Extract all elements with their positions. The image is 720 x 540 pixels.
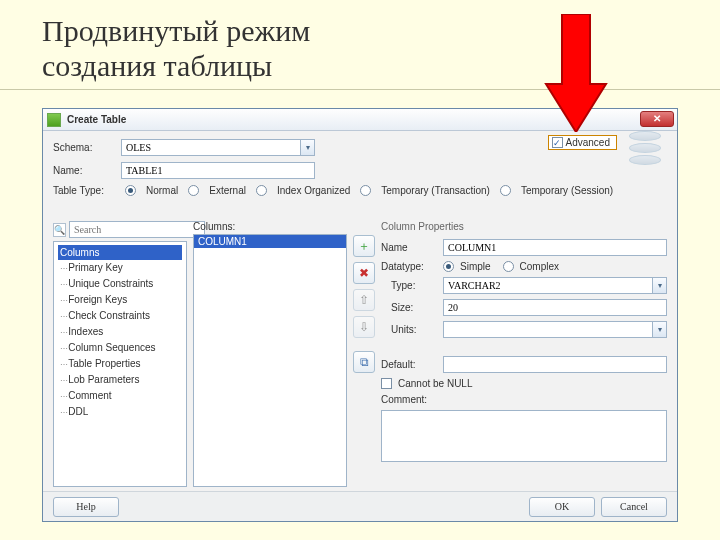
prop-type-label: Type: [381, 280, 437, 291]
prop-type-input[interactable] [443, 277, 653, 294]
radio-complex-label: Complex [520, 261, 559, 272]
schema-combo[interactable]: ▾ [121, 139, 315, 156]
create-table-dialog: Create Table ✕ ✓ Advanced Schema: ▾ Name… [42, 108, 678, 522]
tree-item[interactable]: Table Properties [58, 356, 182, 372]
category-tree[interactable]: Columns Primary Key Unique Constraints F… [53, 241, 187, 487]
radio-indexorg[interactable] [256, 185, 267, 196]
tree-item[interactable]: DDL [58, 404, 182, 420]
titlebar: Create Table ✕ [43, 109, 677, 131]
radio-indexorg-label: Index Organized [277, 185, 350, 196]
tree-item[interactable]: Indexes [58, 324, 182, 340]
name-input[interactable] [121, 162, 315, 179]
database-icon [629, 131, 665, 167]
notnull-label: Cannot be NULL [398, 378, 473, 389]
prop-datatype-label: Datatype: [381, 261, 437, 272]
chevron-down-icon[interactable]: ▾ [653, 277, 667, 294]
radio-tempsess[interactable] [500, 185, 511, 196]
tree-item[interactable]: Primary Key [58, 260, 182, 276]
prop-units-combo[interactable]: ▾ [443, 321, 667, 338]
dialog-title: Create Table [67, 114, 126, 125]
properties-panel: Column Properties Name Datatype: Simple … [381, 221, 667, 487]
column-item[interactable]: COLUMN1 [194, 235, 346, 248]
radio-complex[interactable] [503, 261, 514, 272]
remove-button[interactable]: ✖ [353, 262, 375, 284]
chevron-down-icon[interactable]: ▾ [301, 139, 315, 156]
radio-external-label: External [209, 185, 246, 196]
radio-normal[interactable] [125, 185, 136, 196]
notnull-checkbox[interactable] [381, 378, 392, 389]
radio-simple[interactable] [443, 261, 454, 272]
radio-external[interactable] [188, 185, 199, 196]
column-tools: ＋ ✖ ⇧ ⇩ ⧉ [353, 221, 375, 487]
radio-tempsess-label: Temporary (Session) [521, 185, 613, 196]
tree-item[interactable]: Comment [58, 388, 182, 404]
checkbox-icon: ✓ [552, 137, 563, 148]
name-label: Name: [53, 165, 115, 176]
copy-button[interactable]: ⧉ [353, 351, 375, 373]
tree-item[interactable]: Lob Parameters [58, 372, 182, 388]
help-button[interactable]: Help [53, 497, 119, 517]
prop-default-label: Default: [381, 359, 437, 370]
columns-label: Columns: [193, 221, 347, 232]
tabletype-label: Table Type: [53, 185, 115, 196]
button-bar: Help OK Cancel [43, 491, 677, 521]
tree-item[interactable]: Unique Constraints [58, 276, 182, 292]
radio-simple-label: Simple [460, 261, 491, 272]
prop-units-label: Units: [381, 324, 437, 335]
chevron-down-icon[interactable]: ▾ [653, 321, 667, 338]
prop-default-input[interactable] [443, 356, 667, 373]
slide-title: Продвинутый режим создания таблицы [0, 0, 720, 90]
tree-item[interactable]: Column Sequences [58, 340, 182, 356]
tree-item[interactable]: Check Constraints [58, 308, 182, 324]
mid-area: 🔍 Columns Primary Key Unique Constraints… [53, 221, 667, 487]
columns-panel: Columns: COLUMN1 [193, 221, 347, 487]
move-down-button[interactable]: ⇩ [353, 316, 375, 338]
ok-button[interactable]: OK [529, 497, 595, 517]
move-up-button[interactable]: ⇧ [353, 289, 375, 311]
app-icon [47, 113, 61, 127]
prop-comment-textarea[interactable] [381, 410, 667, 462]
prop-comment-label: Comment: [381, 394, 437, 405]
search-input[interactable] [69, 221, 205, 238]
tree-item[interactable]: Foreign Keys [58, 292, 182, 308]
search-icon[interactable]: 🔍 [53, 223, 66, 237]
prop-type-combo[interactable]: ▾ [443, 277, 667, 294]
advanced-checkbox[interactable]: ✓ Advanced [548, 135, 617, 150]
schema-label: Schema: [53, 142, 115, 153]
close-button[interactable]: ✕ [640, 111, 674, 127]
prop-size-input[interactable] [443, 299, 667, 316]
add-button[interactable]: ＋ [353, 235, 375, 257]
props-header: Column Properties [381, 221, 667, 232]
radio-temptrans[interactable] [360, 185, 371, 196]
prop-size-label: Size: [381, 302, 437, 313]
cancel-button[interactable]: Cancel [601, 497, 667, 517]
tree-panel: 🔍 Columns Primary Key Unique Constraints… [53, 221, 187, 487]
columns-list[interactable]: COLUMN1 [193, 234, 347, 487]
prop-name-label: Name [381, 242, 437, 253]
radio-normal-label: Normal [146, 185, 178, 196]
prop-units-input[interactable] [443, 321, 653, 338]
tree-item-columns[interactable]: Columns [58, 245, 182, 260]
schema-input[interactable] [121, 139, 301, 156]
prop-name-input[interactable] [443, 239, 667, 256]
advanced-label: Advanced [566, 137, 610, 148]
radio-temptrans-label: Temporary (Transaction) [381, 185, 490, 196]
dialog-body: ✓ Advanced Schema: ▾ Name: Table Type: N… [43, 131, 677, 521]
